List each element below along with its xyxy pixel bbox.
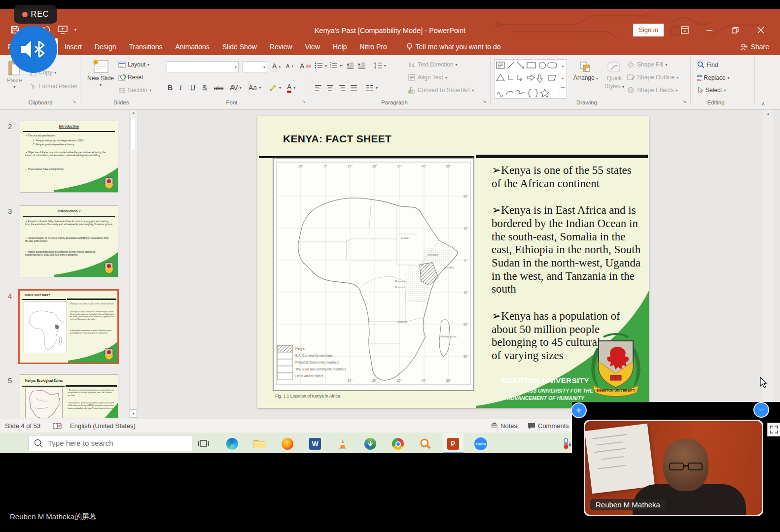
word-icon[interactable]: W bbox=[309, 437, 321, 450]
shape-fill-button[interactable]: Shape Fill▾ bbox=[627, 61, 667, 68]
numbering-button[interactable]: ▾ bbox=[329, 62, 342, 69]
shapes-gallery[interactable]: ▴▾ bbox=[494, 59, 567, 99]
reset-button[interactable]: Reset bbox=[118, 74, 143, 81]
taskbar-search-box[interactable] bbox=[29, 435, 192, 451]
vlc-icon[interactable] bbox=[336, 437, 349, 450]
strikethrough-button[interactable]: abc bbox=[214, 85, 223, 92]
text-shadow-button[interactable]: S bbox=[202, 84, 207, 92]
minimize-button[interactable] bbox=[702, 24, 717, 36]
chrome-icon[interactable] bbox=[391, 437, 404, 450]
tell-me-box[interactable]: Tell me what you want to do bbox=[406, 38, 501, 55]
replace-button[interactable]: abacReplace▾ bbox=[697, 74, 729, 82]
change-case-button[interactable]: Aa▾ bbox=[248, 84, 261, 92]
audio-bluetooth-bubble[interactable] bbox=[10, 26, 57, 73]
powerpoint-icon[interactable]: P bbox=[447, 437, 460, 450]
spell-check-icon[interactable] bbox=[52, 422, 62, 430]
justify-button[interactable] bbox=[350, 85, 357, 91]
increase-font-size-button[interactable]: A▴ bbox=[272, 62, 281, 70]
language-indicator[interactable]: English (United States) bbox=[70, 422, 136, 430]
section-button[interactable]: Section▾ bbox=[118, 87, 151, 94]
shape-outline-button[interactable]: Shape Outline▾ bbox=[627, 74, 678, 81]
tab-insert[interactable]: Insert bbox=[58, 38, 88, 55]
map-figure[interactable]: 10°0°10°20°30°40°50° 20°10°0°10°20°30° 1… bbox=[273, 158, 474, 391]
highlight-color-button[interactable]: ▾ bbox=[269, 84, 281, 92]
notes-button[interactable]: Notes bbox=[491, 422, 517, 430]
close-button[interactable] bbox=[753, 24, 768, 36]
idm-icon[interactable] bbox=[364, 437, 377, 450]
comments-button[interactable]: Comments bbox=[528, 422, 569, 430]
underline-button[interactable]: U bbox=[190, 84, 195, 92]
firefox-icon[interactable] bbox=[281, 437, 294, 450]
collapse-ribbon-button[interactable]: ∧ bbox=[761, 100, 765, 107]
notes-icon bbox=[491, 423, 498, 429]
character-spacing-button[interactable]: AV▾ bbox=[230, 84, 242, 92]
restore-button[interactable] bbox=[728, 24, 743, 36]
increase-indent-button[interactable] bbox=[358, 62, 366, 69]
file-explorer-icon[interactable] bbox=[253, 437, 266, 450]
zoom-in-button[interactable]: + bbox=[571, 402, 587, 418]
select-button[interactable]: Select▾ bbox=[697, 87, 726, 94]
layout-button[interactable]: Layout▾ bbox=[118, 61, 149, 68]
tab-design[interactable]: Design bbox=[88, 38, 123, 55]
paragraph-dialog-launcher[interactable]: ↘ bbox=[482, 99, 486, 104]
slide-area-scrollbar[interactable]: ▲ ▲ ▼ bbox=[763, 110, 773, 419]
font-size-combobox[interactable]: ▾ bbox=[243, 61, 267, 72]
columns-button[interactable]: ▾ bbox=[366, 85, 378, 91]
text-direction-button[interactable]: Text Direction▾ bbox=[408, 61, 458, 68]
align-center-button[interactable] bbox=[326, 85, 334, 91]
edge-icon[interactable] bbox=[226, 437, 239, 450]
tab-nitro-pro[interactable]: Nitro Pro bbox=[354, 38, 393, 55]
thumb-scroll-thumb[interactable] bbox=[131, 118, 136, 150]
thumbnail-slide-5[interactable]: Kenya: Ecological Zones • Kenya has a va… bbox=[20, 374, 118, 418]
quick-styles-button[interactable]: QuickStyles ▾ bbox=[603, 61, 626, 90]
font-color-button[interactable]: A▾ bbox=[287, 83, 295, 93]
thumbnail-slide-2[interactable]: Introduction ➢ This is a two part-lectur… bbox=[20, 121, 118, 193]
zoom-app-icon[interactable]: zoom bbox=[474, 437, 487, 450]
tab-animations[interactable]: Animations bbox=[169, 38, 215, 55]
ribbon-display-options-button[interactable] bbox=[677, 24, 692, 36]
share-button[interactable]: Share bbox=[729, 38, 780, 55]
align-right-button[interactable] bbox=[338, 85, 346, 91]
search-app-icon[interactable] bbox=[419, 437, 432, 450]
slide-canvas[interactable]: KENYA: FACT SHEET bbox=[257, 116, 649, 408]
arrange-button[interactable]: Arrange ▾ bbox=[573, 61, 599, 81]
new-slide-button[interactable]: New Slide▾ bbox=[87, 59, 114, 87]
expand-video-button[interactable] bbox=[767, 423, 780, 436]
shape-effects-button[interactable]: Shape Effects▾ bbox=[627, 87, 678, 94]
slide-thumbnail-panel: 2 Introduction ➢ This is a two part-lect… bbox=[0, 110, 138, 419]
line-spacing-button[interactable]: ▾ bbox=[374, 62, 386, 69]
scroll-up-icon[interactable]: ▲ bbox=[766, 112, 770, 116]
convert-to-smartart-button[interactable]: Convert to SmartArt▾ bbox=[408, 87, 474, 94]
thumbnail-slide-3[interactable]: Introduction 2 ➢ Kenya's culture is fair… bbox=[20, 205, 118, 277]
tab-view[interactable]: View bbox=[299, 38, 326, 55]
tab-transitions[interactable]: Transitions bbox=[123, 38, 169, 55]
font-name-combobox[interactable]: ▾ bbox=[167, 61, 239, 72]
tab-review[interactable]: Review bbox=[263, 38, 299, 55]
clipboard-dialog-launcher[interactable]: ↘ bbox=[72, 99, 76, 104]
align-text-button[interactable]: Align Text▾ bbox=[408, 74, 447, 81]
zoom-out-button[interactable]: − bbox=[753, 402, 769, 418]
format-painter-button[interactable]: Format Painter bbox=[30, 83, 77, 90]
italic-button[interactable]: I bbox=[179, 84, 182, 92]
tab-slide-show[interactable]: Slide Show bbox=[216, 38, 263, 55]
thumb-scroll-down-box[interactable]: ▼ bbox=[130, 409, 137, 418]
decrease-font-size-button[interactable]: A▾ bbox=[286, 63, 293, 69]
thumb-scroll-up-icon[interactable]: ▲ bbox=[132, 111, 135, 114]
clear-formatting-button[interactable]: A bbox=[300, 62, 311, 70]
editing-group-label: Editing bbox=[691, 100, 741, 107]
tab-help[interactable]: Help bbox=[326, 38, 354, 55]
slide-title[interactable]: KENYA: FACT SHEET bbox=[283, 133, 391, 145]
task-view-button[interactable] bbox=[197, 437, 210, 450]
drawing-dialog-launcher[interactable]: ↘ bbox=[682, 99, 686, 104]
sign-in-button[interactable]: Sign in bbox=[633, 24, 664, 36]
decrease-indent-button[interactable] bbox=[346, 62, 354, 69]
font-dialog-launcher[interactable]: ↘ bbox=[302, 99, 306, 104]
find-button[interactable]: Find bbox=[697, 61, 718, 68]
align-left-button[interactable] bbox=[315, 85, 322, 91]
bold-button[interactable]: B bbox=[168, 84, 173, 92]
thumbnail-scrollbar[interactable]: ▲ ▼ bbox=[129, 110, 137, 419]
taskbar-search-input[interactable] bbox=[48, 435, 188, 451]
thumbnail-slide-4-selected[interactable]: KENYA: FACT SHEET ➢Kenya is one of the 5… bbox=[18, 289, 119, 364]
shapes-gallery-scrollbar[interactable]: ▴▾ bbox=[559, 60, 567, 98]
bullets-button[interactable]: ▾ bbox=[315, 62, 327, 69]
